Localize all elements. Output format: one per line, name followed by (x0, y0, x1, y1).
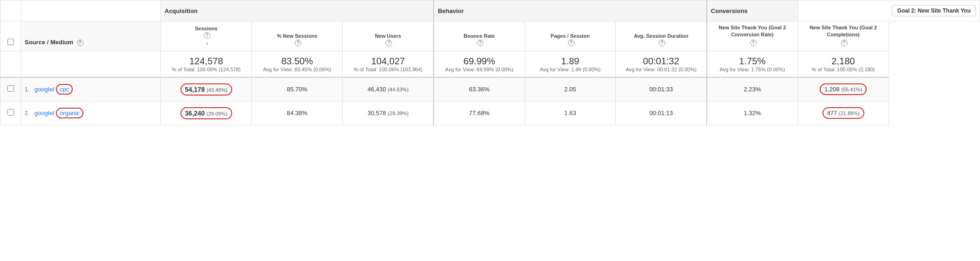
row1-checkbox-cell[interactable] (0, 77, 21, 102)
row1-number: 1. (25, 86, 29, 93)
row2-sessions-circled: 36,240 (29.09%) (180, 107, 232, 119)
select-all-checkbox-cell[interactable] (0, 21, 21, 51)
totals-checkbox-cell (0, 51, 21, 77)
source-medium-label: Source / Medium (25, 39, 73, 46)
acquisition-label: Acquisition (165, 7, 198, 14)
row2-new-users-cell: 30,578 (29.39%) (343, 101, 434, 125)
analytics-table: Acquisition Behavior Conversions Goal 2:… (0, 0, 980, 125)
behavior-group-header: Behavior (434, 0, 707, 21)
source-medium-col-header: Source / Medium ? (21, 21, 161, 51)
row2-checkbox[interactable] (7, 109, 14, 116)
row2-goal2-rate-value: 1.32% (744, 110, 761, 117)
new-users-col-header: New Users ? (343, 21, 434, 51)
source-medium-help-icon[interactable]: ? (77, 40, 83, 46)
row2-new-users-value: 30,578 (367, 110, 386, 117)
table-row: 2. google/ organic 36,240 (29.09%) 84.38… (0, 101, 980, 125)
totals-new-sessions-value: 83.50% (255, 56, 338, 67)
row2-avg-session-cell: 00:01:13 (616, 101, 707, 125)
goal2-completions-label: New Site Thank You (Goal 2 Completions) (802, 24, 885, 39)
row1-sessions-pct: (43.49%) (207, 87, 228, 93)
bounce-rate-help-icon[interactable]: ? (477, 40, 483, 46)
goal2-completions-col-header: New Site Thank You (Goal 2 Completions) … (798, 21, 889, 51)
totals-new-sessions-cell: 83.50% Avg for View: 83.45% (0.06%) (252, 51, 343, 77)
row2-pages-session-cell: 1.63 (525, 101, 615, 125)
totals-avg-session-value: 00:01:32 (620, 56, 703, 67)
row1-new-users-cell: 46,430 (44.63%) (343, 77, 434, 102)
row1-goal2-completions-pct: (55.41%) (841, 87, 862, 92)
pages-session-help-icon[interactable]: ? (568, 40, 574, 46)
goal-tab-cell: Goal 2: New Site Thank You (798, 0, 980, 21)
goal-tab-button[interactable]: Goal 2: New Site Thank You (892, 5, 976, 16)
row1-bounce-rate-value: 63.36% (469, 86, 490, 93)
conversions-label: Conversions (711, 7, 748, 14)
checkbox-header (0, 0, 21, 21)
totals-new-users-cell: 104,027 % of Total: 100.06% (103,964) (343, 51, 434, 77)
behavior-label: Behavior (438, 7, 464, 14)
pages-session-col-header: Pages / Session ? (525, 21, 615, 51)
row1-avg-session-cell: 00:01:33 (616, 77, 707, 102)
totals-goal2-rate-cell: 1.75% Avg for View: 1.75% (0.00%) (707, 51, 798, 77)
row1-sessions-circled: 54,178 (43.49%) (180, 83, 232, 96)
bounce-rate-label: Bounce Rate (463, 33, 495, 39)
totals-bounce-rate-value: 69.99% (438, 56, 521, 67)
row2-goal2-completions-cell: 477 (21.88%) (798, 101, 889, 125)
row2-source-medium-cell: 2. google/ organic (21, 101, 161, 125)
row1-sessions-value: 54,178 (185, 86, 205, 93)
row2-bounce-rate-value: 77.68% (469, 110, 490, 117)
row2-bounce-rate-cell: 77.68% (434, 101, 525, 125)
goal2-completions-help-icon[interactable]: ? (841, 40, 848, 46)
sessions-col-header: Sessions ? ↓ (161, 21, 252, 51)
totals-goal2-rate-value: 1.75% (711, 56, 794, 67)
group-header-row: Acquisition Behavior Conversions Goal 2:… (0, 0, 980, 21)
totals-sessions-value: 124,578 (165, 56, 248, 67)
table-row: 1. google/ cpc 54,178 (43.49%) 85.70% 46… (0, 77, 980, 102)
goal2-rate-col-header: New Site Thank You (Goal 2 Conversion Ra… (707, 21, 798, 51)
totals-goal2-rate-sub: Avg for View: 1.75% (0.00%) (711, 67, 794, 72)
row1-avg-session-value: 00:01:33 (649, 86, 673, 93)
pages-session-label: Pages / Session (551, 33, 590, 39)
totals-new-sessions-sub: Avg for View: 83.45% (0.06%) (255, 67, 338, 72)
totals-new-users-sub: % of Total: 100.06% (103,964) (346, 67, 429, 72)
totals-goal2-completions-sub: % of Total: 100.00% (2,180) (802, 67, 885, 72)
row2-checkbox-cell[interactable] (0, 101, 21, 125)
row2-source-link[interactable]: google (35, 110, 53, 117)
row2-goal2-completions-pct: (21.88%) (839, 110, 860, 116)
row2-goal2-completions-value: 477 (827, 110, 837, 117)
goal2-rate-label: New Site Thank You (Goal 2 Conversion Ra… (711, 24, 794, 39)
row1-pages-session-cell: 2.05 (525, 77, 615, 102)
row2-new-sessions-value: 84.38% (287, 110, 307, 117)
new-sessions-help-icon[interactable]: ? (295, 40, 301, 46)
row1-new-users-pct: (44.63%) (388, 87, 409, 92)
sessions-sort-icon[interactable]: ↓ (206, 40, 208, 46)
totals-bounce-rate-sub: Avg for View: 69.99% (0.00%) (438, 67, 521, 72)
new-users-help-icon[interactable]: ? (386, 40, 392, 46)
row1-checkbox[interactable] (7, 85, 14, 92)
row1-bounce-rate-cell: 63.36% (434, 77, 525, 102)
row2-pages-session-value: 1.63 (564, 110, 576, 117)
row1-source-medium-cell: 1. google/ cpc (21, 77, 161, 102)
row2-medium-circled: organic (56, 108, 83, 118)
avg-session-label: Avg. Session Duration (634, 33, 688, 39)
totals-avg-session-sub: Avg for View: 00:01:32 (0.00%) (620, 67, 703, 72)
conversions-group-header: Conversions (707, 0, 798, 21)
totals-pages-session-cell: 1.89 Avg for View: 1.89 (0.00%) (525, 51, 615, 77)
sessions-help-icon[interactable]: ? (204, 32, 210, 39)
row1-source-link[interactable]: google (35, 86, 53, 93)
row2-avg-session-value: 00:01:13 (649, 110, 673, 117)
new-sessions-label: % New Sessions (277, 33, 317, 39)
avg-session-help-icon[interactable]: ? (659, 40, 665, 46)
select-all-checkbox[interactable] (7, 39, 14, 45)
row1-pages-session-value: 2.05 (564, 86, 576, 93)
totals-sessions-sub: % of Total: 100.00% (124,578) (165, 67, 248, 72)
acquisition-group-header: Acquisition (161, 0, 434, 21)
goal2-rate-help-icon[interactable]: ? (750, 40, 757, 46)
row2-sessions-value: 36,240 (185, 110, 205, 117)
row1-new-users-value: 46,430 (367, 86, 386, 93)
totals-pages-session-sub: Avg for View: 1.89 (0.00%) (529, 67, 612, 72)
totals-pages-session-value: 1.89 (529, 56, 612, 67)
totals-bounce-rate-cell: 69.99% Avg for View: 69.99% (0.00%) (434, 51, 525, 77)
column-header-row: Source / Medium ? Sessions ? ↓ % New Ses… (0, 21, 980, 51)
row2-goal2-rate-cell: 1.32% (707, 101, 798, 125)
new-users-label: New Users (375, 33, 401, 39)
row1-goal2-rate-value: 2.23% (744, 86, 761, 93)
